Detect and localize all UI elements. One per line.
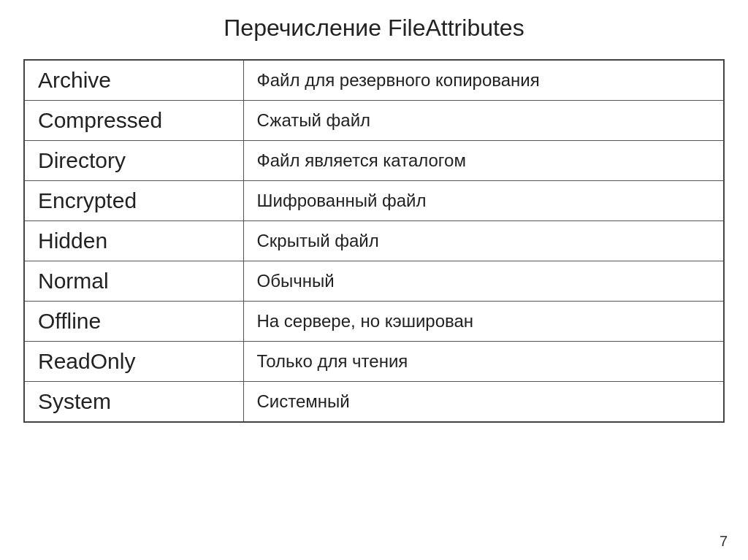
table-container: ArchiveФайл для резервного копированияCo… bbox=[23, 59, 725, 423]
table-row: CompressedСжатый файл bbox=[24, 101, 724, 141]
table-row: HiddenСкрытый файл bbox=[24, 221, 724, 261]
attribute-name: System bbox=[24, 382, 243, 423]
attribute-description: Шифрованный файл bbox=[243, 181, 724, 221]
attribute-description: Системный bbox=[243, 382, 724, 423]
attribute-name: ReadOnly bbox=[24, 342, 243, 382]
attribute-name: Hidden bbox=[24, 221, 243, 261]
attribute-description: Обычный bbox=[243, 261, 724, 302]
attribute-name: Offline bbox=[24, 302, 243, 342]
attribute-description: Файл для резервного копирования bbox=[243, 60, 724, 101]
table-row: ArchiveФайл для резервного копирования bbox=[24, 60, 724, 101]
file-attributes-table: ArchiveФайл для резервного копированияCo… bbox=[23, 59, 725, 423]
attribute-description: Файл является каталогом bbox=[243, 141, 724, 181]
page-title: Перечисление FileAttributes bbox=[224, 15, 524, 42]
attribute-name: Encrypted bbox=[24, 181, 243, 221]
table-row: DirectoryФайл является каталогом bbox=[24, 141, 724, 181]
table-row: NormalОбычный bbox=[24, 261, 724, 302]
table-row: OfflineНа сервере, но кэширован bbox=[24, 302, 724, 342]
attribute-name: Compressed bbox=[24, 101, 243, 141]
attribute-description: Скрытый файл bbox=[243, 221, 724, 261]
attribute-description: На сервере, но кэширован bbox=[243, 302, 724, 342]
table-row: EncryptedШифрованный файл bbox=[24, 181, 724, 221]
table-row: SystemСистемный bbox=[24, 382, 724, 423]
table-row: ReadOnlyТолько для чтения bbox=[24, 342, 724, 382]
attribute-name: Normal bbox=[24, 261, 243, 302]
attribute-name: Directory bbox=[24, 141, 243, 181]
attribute-description: Только для чтения bbox=[243, 342, 724, 382]
page-number: 7 bbox=[720, 533, 728, 550]
attribute-name: Archive bbox=[24, 60, 243, 101]
attribute-description: Сжатый файл bbox=[243, 101, 724, 141]
